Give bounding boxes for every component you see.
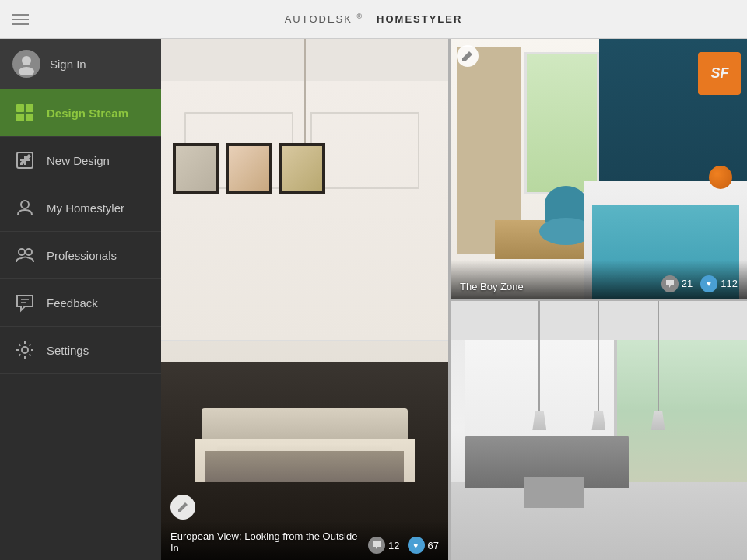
svg-point-0: [22, 56, 31, 65]
sf-giants-sign: SF: [698, 52, 741, 95]
art-frame-1: [173, 143, 219, 194]
sidebar-item-signin[interactable]: Sign In: [0, 39, 161, 89]
svg-rect-2: [16, 104, 24, 112]
sidebar-label-design-stream: Design Stream: [47, 107, 128, 120]
molding-right: [310, 112, 419, 190]
sidebar-item-settings[interactable]: Settings: [0, 327, 161, 374]
avatar: [12, 50, 40, 78]
bz-window: [524, 52, 598, 194]
card-large-stats: 12 ♥ 67: [368, 537, 439, 554]
professionals-icon: [12, 243, 37, 268]
card-column: SF The Boy Zone: [451, 39, 747, 560]
bed-headboard: [202, 408, 409, 439]
bedroom-scene: [161, 39, 448, 560]
sidebar: Sign In Design Stream New Design: [0, 39, 161, 560]
app-title: AUTODESK ® HOMESTYLER: [285, 12, 463, 25]
comment-count-right: 21: [682, 278, 693, 289]
comment-bubble-right: [661, 275, 679, 292]
app-header: AUTODESK ® HOMESTYLER: [0, 0, 747, 39]
card-top-right-overlay: The Boy Zone 21 ♥ 112: [451, 260, 747, 299]
svg-point-9: [21, 201, 29, 208]
heart-icon-right: ♥: [700, 275, 717, 292]
my-homestyler-icon: [12, 195, 37, 220]
bed-mattress: [195, 439, 414, 482]
mod-light-shade-2: [591, 411, 605, 430]
svg-rect-3: [26, 104, 33, 112]
bz-chair-back: [545, 186, 587, 222]
comment-bubble-large: [368, 537, 385, 554]
card-top-right-stats: 21 ♥ 112: [661, 275, 738, 292]
like-stat-large: ♥ 67: [408, 537, 439, 554]
mod-lights: [510, 301, 688, 431]
menu-button[interactable]: [12, 14, 29, 25]
edit-badge-small[interactable]: [457, 45, 479, 67]
card-large-title: European View: Looking from the Outside …: [170, 530, 368, 554]
signin-label: Sign In: [50, 58, 86, 71]
design-stream-icon: [12, 100, 37, 125]
svg-point-10: [19, 249, 25, 255]
card-large[interactable]: European View: Looking from the Outside …: [161, 39, 451, 560]
mod-table: [524, 477, 584, 508]
settings-icon: [12, 338, 37, 362]
main-content: European View: Looking from the Outside …: [161, 39, 747, 560]
card-top-right-title: The Boy Zone: [460, 281, 524, 292]
like-count-right: 112: [721, 278, 738, 289]
like-stat-right: ♥ 112: [700, 275, 738, 292]
sidebar-item-design-stream[interactable]: Design Stream: [0, 89, 161, 137]
mod-light-shade-1: [532, 411, 546, 430]
svg-rect-5: [26, 114, 33, 121]
sidebar-label-professionals: Professionals: [47, 249, 117, 262]
artwork-area: [173, 143, 325, 194]
sidebar-label-my-homestyler: My Homestyler: [47, 201, 124, 215]
brand-name: AUTODESK: [285, 14, 352, 26]
sidebar-item-new-design[interactable]: New Design: [0, 137, 161, 184]
art-frame-2: [226, 143, 272, 194]
sidebar-item-my-homestyler[interactable]: My Homestyler: [0, 184, 161, 232]
mod-floor: [451, 482, 747, 560]
new-design-icon: [12, 148, 37, 173]
mod-light-cord-1: [538, 301, 540, 431]
sidebar-label-settings: Settings: [47, 344, 89, 357]
comment-stat-large: 12: [368, 537, 399, 554]
card-large-overlay: European View: Looking from the Outside …: [161, 521, 448, 560]
svg-point-11: [26, 249, 32, 255]
card-bottom-right[interactable]: [451, 299, 747, 561]
art-frame-3: [279, 143, 325, 194]
heart-icon-large: ♥: [408, 537, 425, 554]
trademark: ®: [357, 12, 364, 20]
sidebar-label-new-design: New Design: [47, 154, 110, 167]
like-count-large: 67: [428, 540, 439, 551]
bed-cover: [205, 451, 403, 482]
svg-rect-4: [16, 114, 24, 121]
edit-badge-large[interactable]: [170, 495, 195, 520]
comment-stat-right: 21: [661, 275, 693, 292]
sidebar-label-feedback: Feedback: [47, 296, 98, 310]
svg-point-14: [22, 347, 28, 353]
mod-light-cord-3: [658, 301, 659, 431]
feedback-icon: [12, 290, 37, 315]
sidebar-item-professionals[interactable]: Professionals: [0, 232, 161, 279]
card-top-right[interactable]: SF The Boy Zone: [451, 39, 747, 299]
bed: [175, 408, 433, 482]
app-name: HOMESTYLER: [377, 14, 462, 26]
svg-point-1: [19, 67, 34, 75]
sidebar-item-feedback[interactable]: Feedback: [0, 279, 161, 327]
mod-light-cord-2: [598, 301, 599, 431]
mod-light-shade-3: [651, 411, 665, 430]
modern-scene: [451, 301, 747, 561]
comment-count-large: 12: [388, 540, 399, 551]
